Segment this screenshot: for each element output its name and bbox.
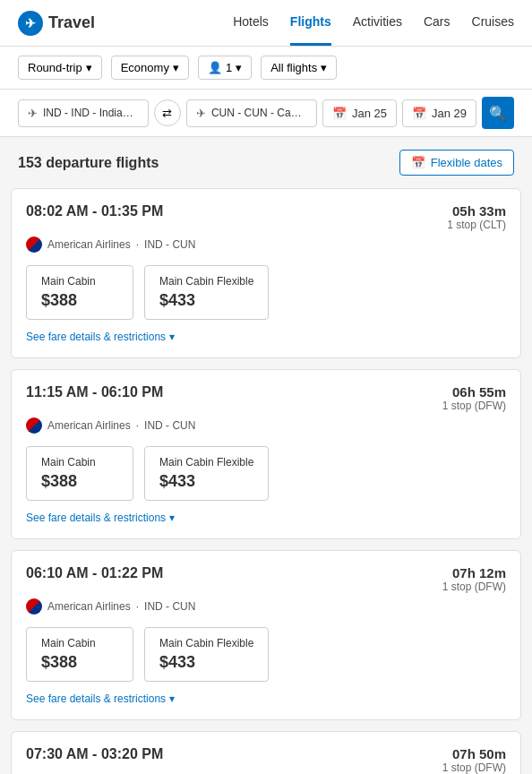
- chevron-down-icon: ▾: [169, 512, 175, 524]
- chevron-down-icon: ▾: [169, 692, 175, 705]
- flexible-dates-button[interactable]: 📅 Flexible dates: [399, 150, 514, 176]
- flight-times: 06:10 AM - 01:22 PM: [26, 565, 163, 581]
- calendar-icon: 📅: [332, 107, 347, 120]
- main-nav: Hotels Flights Activities Cars Cruises: [233, 0, 514, 46]
- fare-box[interactable]: Main Cabin Flexible $433: [144, 627, 269, 682]
- origin-field[interactable]: ✈ IND - IND - Indianapolis, IN, In...: [18, 99, 149, 127]
- fare-price: $388: [41, 472, 118, 491]
- flight-duration: 07h 12m 1 stop (DFW): [442, 565, 506, 593]
- nav-flights[interactable]: Flights: [290, 0, 331, 46]
- calendar-icon: 📅: [411, 156, 425, 169]
- nav-cars[interactable]: Cars: [424, 0, 450, 46]
- fare-price: $388: [41, 653, 118, 672]
- trip-type-filter[interactable]: Round-trip ▾: [18, 56, 102, 80]
- nav-hotels[interactable]: Hotels: [233, 0, 269, 46]
- fare-label: Main Cabin: [41, 456, 118, 469]
- results-header: 153 departure flights 📅 Flexible dates: [0, 137, 532, 188]
- flight-duration: 06h 55m 1 stop (DFW): [442, 384, 506, 412]
- fare-label: Main Cabin Flexible: [159, 456, 253, 469]
- fare-box[interactable]: Main Cabin $388: [26, 265, 133, 320]
- logo: ✈ Travel: [18, 11, 95, 36]
- flight-stops: 1 stop (CLT): [447, 219, 506, 231]
- fare-box[interactable]: Main Cabin Flexible $433: [144, 265, 269, 320]
- depart-date: Jan 25: [352, 107, 387, 120]
- search-button[interactable]: 🔍: [482, 97, 514, 129]
- results-count: 153 departure flights: [18, 155, 159, 171]
- chevron-down-icon: ▾: [173, 61, 179, 74]
- logo-text: Travel: [48, 13, 95, 32]
- separator: ·: [136, 238, 139, 251]
- flight-header: 11:15 AM - 06:10 PM 06h 55m 1 stop (DFW): [26, 384, 506, 412]
- fare-box[interactable]: Main Cabin $388: [26, 446, 133, 501]
- fare-price: $388: [41, 291, 118, 310]
- plane-arrive-icon: ✈: [196, 107, 206, 120]
- cabin-filter[interactable]: Economy ▾: [111, 56, 189, 80]
- flight-route: IND - CUN: [144, 600, 195, 613]
- destination-value: CUN - CUN - Cancun, Cancun...: [211, 107, 307, 119]
- fare-label: Main Cabin Flexible: [159, 275, 253, 288]
- flight-stops: 1 stop (DFW): [442, 761, 506, 774]
- flight-duration: 07h 50m 1 stop (DFW): [442, 746, 506, 774]
- origin-value: IND - IND - Indianapolis, IN, In...: [43, 107, 139, 119]
- flight-card: 07:30 AM - 03:20 PM 07h 50m 1 stop (DFW)…: [11, 731, 521, 774]
- fare-options: Main Cabin $388 Main Cabin Flexible $433: [26, 265, 506, 320]
- flight-header: 07:30 AM - 03:20 PM 07h 50m 1 stop (DFW): [26, 746, 506, 774]
- flight-card: 06:10 AM - 01:22 PM 07h 12m 1 stop (DFW)…: [11, 550, 521, 720]
- airline-name: American Airlines: [47, 419, 131, 432]
- duration-time: 06h 55m: [442, 384, 506, 400]
- fare-box[interactable]: Main Cabin Flexible $433: [144, 446, 269, 501]
- see-fare-details[interactable]: See fare details & restrictions ▾: [26, 331, 506, 343]
- travel-logo-icon: ✈: [18, 11, 43, 36]
- flight-times: 07:30 AM - 03:20 PM: [26, 746, 163, 762]
- nav-cruises[interactable]: Cruises: [472, 0, 514, 46]
- passengers-filter[interactable]: 👤 1 ▾: [198, 56, 252, 80]
- search-icon: 🔍: [489, 105, 507, 122]
- destination-field[interactable]: ✈ CUN - CUN - Cancun, Cancun...: [186, 99, 317, 127]
- swap-button[interactable]: ⇄: [154, 99, 181, 126]
- flight-stops: 1 stop (DFW): [442, 580, 506, 593]
- flight-type-filter[interactable]: All flights ▾: [261, 56, 337, 80]
- see-fare-details[interactable]: See fare details & restrictions ▾: [26, 512, 506, 524]
- fare-label: Main Cabin: [41, 275, 118, 288]
- nav-activities[interactable]: Activities: [353, 0, 402, 46]
- return-date: Jan 29: [432, 107, 467, 120]
- flight-route: IND - CUN: [144, 238, 195, 251]
- flight-duration: 05h 33m 1 stop (CLT): [447, 203, 506, 231]
- separator: ·: [136, 600, 139, 613]
- chevron-down-icon: ▾: [321, 61, 327, 74]
- airline-logo-icon: [26, 236, 42, 253]
- separator: ·: [136, 419, 139, 432]
- duration-time: 07h 12m: [442, 565, 506, 580]
- flight-stops: 1 stop (DFW): [442, 400, 506, 412]
- airline-logo-icon: [26, 598, 42, 615]
- fare-label: Main Cabin Flexible: [159, 637, 253, 649]
- flight-times: 08:02 AM - 01:35 PM: [26, 203, 163, 219]
- fare-price: $433: [159, 653, 253, 672]
- flight-header: 06:10 AM - 01:22 PM 07h 12m 1 stop (DFW): [26, 565, 506, 593]
- plane-depart-icon: ✈: [28, 107, 38, 120]
- see-fare-details[interactable]: See fare details & restrictions ▾: [26, 692, 506, 705]
- flight-airline: American Airlines · IND - CUN: [26, 417, 506, 434]
- person-icon: 👤: [208, 61, 222, 74]
- flight-card: 08:02 AM - 01:35 PM 05h 33m 1 stop (CLT)…: [11, 188, 521, 358]
- fare-options: Main Cabin $388 Main Cabin Flexible $433: [26, 446, 506, 501]
- flight-airline: American Airlines · IND - CUN: [26, 598, 506, 615]
- airline-name: American Airlines: [47, 600, 131, 613]
- return-date-field[interactable]: 📅 Jan 29: [402, 99, 476, 127]
- fare-label: Main Cabin: [41, 637, 118, 649]
- depart-date-field[interactable]: 📅 Jan 25: [322, 99, 397, 127]
- airline-name: American Airlines: [47, 238, 131, 251]
- calendar-icon: 📅: [412, 107, 426, 120]
- fare-options: Main Cabin $388 Main Cabin Flexible $433: [26, 627, 506, 682]
- fare-price: $433: [159, 472, 253, 491]
- fare-price: $433: [159, 291, 253, 310]
- chevron-down-icon: ▾: [86, 61, 92, 74]
- flight-times: 11:15 AM - 06:10 PM: [26, 384, 163, 400]
- search-bar: ✈ IND - IND - Indianapolis, IN, In... ⇄ …: [0, 90, 532, 137]
- duration-time: 07h 50m: [442, 746, 506, 761]
- chevron-down-icon: ▾: [236, 61, 242, 74]
- duration-time: 05h 33m: [447, 203, 506, 219]
- fare-box[interactable]: Main Cabin $388: [26, 627, 133, 682]
- chevron-down-icon: ▾: [169, 331, 175, 343]
- flight-header: 08:02 AM - 01:35 PM 05h 33m 1 stop (CLT): [26, 203, 506, 231]
